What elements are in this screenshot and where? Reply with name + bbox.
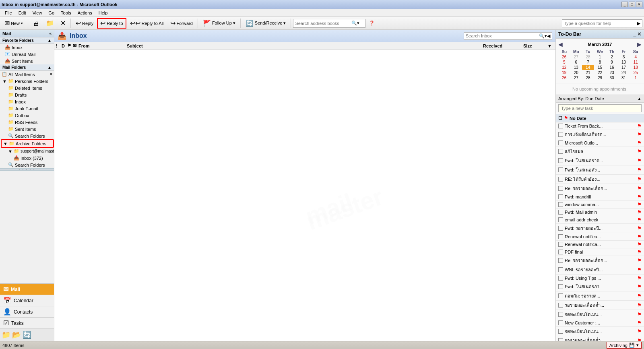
send-receive-button[interactable]: 🔄 Send/Receive ▾ xyxy=(243,18,289,29)
reply-to-button[interactable]: ↩ Reply to xyxy=(97,18,126,29)
cal-next-button[interactable]: ▶ xyxy=(637,41,642,47)
task-checkbox[interactable] xyxy=(558,132,563,137)
cal-cell-2-6[interactable]: 18 xyxy=(630,65,642,70)
nav-favorite-inbox[interactable]: 📥 Inbox xyxy=(3,44,54,51)
menu-go[interactable]: Go xyxy=(45,10,58,16)
cal-cell-2-5[interactable]: 17 xyxy=(618,65,630,70)
cal-cell-4-6[interactable]: 1 xyxy=(630,75,642,81)
cal-cell-1-1[interactable]: 6 xyxy=(570,60,582,65)
col-attachment-header[interactable]: D xyxy=(62,43,67,48)
new-button[interactable]: ✉ New ▾ xyxy=(2,18,26,29)
nav-open-folder-icon[interactable]: 📂 xyxy=(12,330,21,339)
nav-all-mail-items[interactable]: 📋 All Mail Items ▾ xyxy=(0,71,54,78)
mail-section-toggle[interactable]: « xyxy=(49,31,52,36)
task-item[interactable]: Renewal notifica...⚑ xyxy=(556,241,644,248)
cal-cell-1-3[interactable]: 8 xyxy=(594,60,606,65)
task-flag-icon[interactable]: ⚑ xyxy=(637,249,642,255)
cal-cell-2-2[interactable]: 14 xyxy=(582,65,594,70)
nav-deleted-items[interactable]: 📁 Deleted Items xyxy=(6,85,54,91)
task-checkbox[interactable] xyxy=(558,140,563,145)
nav-support-folder[interactable]: ▼ 📁 support@mailmaster.co xyxy=(6,148,54,155)
nav-inbox[interactable]: 📁 Inbox xyxy=(6,98,54,105)
task-flag-icon[interactable]: ⚑ xyxy=(637,293,642,299)
task-flag-icon[interactable]: ⚑ xyxy=(637,167,642,173)
task-flag-icon[interactable]: ⚑ xyxy=(637,328,642,334)
task-checkbox[interactable] xyxy=(558,234,563,239)
cal-cell-2-4[interactable]: 16 xyxy=(606,65,618,70)
content-search-input[interactable] xyxy=(466,33,539,38)
task-checkbox[interactable] xyxy=(558,284,563,289)
address-search-dropdown-icon[interactable]: ▾ xyxy=(357,21,359,26)
task-checkbox[interactable] xyxy=(558,312,563,317)
nav-archive-folders[interactable]: ▼ 📁 Archive Folders xyxy=(1,139,54,148)
help-search-input[interactable] xyxy=(564,21,637,26)
cal-cell-4-5[interactable]: 31 xyxy=(618,75,630,81)
cal-cell-4-4[interactable]: 30 xyxy=(606,75,618,81)
cal-cell-0-1[interactable]: 27 xyxy=(570,54,582,60)
forward-button[interactable]: ↪ Forward xyxy=(167,18,196,29)
nav-favorite-unread[interactable]: 📧 Unread Mail xyxy=(3,51,54,58)
cal-cell-3-6[interactable]: 25 xyxy=(630,70,642,75)
task-checkbox[interactable] xyxy=(558,267,563,272)
task-item[interactable]: จดทะเบียนโดเมน...⚑ xyxy=(556,327,644,336)
menu-help[interactable]: Help xyxy=(95,10,111,16)
task-checkbox[interactable] xyxy=(558,258,563,263)
nav-inbox-372[interactable]: 📥 Inbox (372) xyxy=(12,155,54,161)
favorite-folders-toggle[interactable]: ▲ xyxy=(47,38,52,43)
cal-cell-3-5[interactable]: 24 xyxy=(618,70,630,75)
task-item[interactable]: PDF final⚑ xyxy=(556,248,644,256)
nav-calendar-button[interactable]: 📅 Calendar xyxy=(0,295,54,306)
task-checkbox[interactable] xyxy=(558,210,563,215)
task-item[interactable]: Fwd: Mail admin⚑ xyxy=(556,209,644,216)
nav-tasks-button[interactable]: ☑ Tasks xyxy=(0,317,54,328)
task-flag-icon[interactable]: ⚑ xyxy=(637,267,642,273)
task-item[interactable]: Microsoft Outlo...⚑ xyxy=(556,139,644,147)
reply-button[interactable]: ↩ Reply xyxy=(73,18,96,29)
arrange-label[interactable]: Arranged By: Due Date xyxy=(558,96,604,101)
col-filter-icon[interactable]: ▼ xyxy=(547,43,554,48)
task-checkbox[interactable] xyxy=(558,202,563,207)
task-item[interactable]: email addr check⚑ xyxy=(556,216,644,224)
nav-collapse-handle[interactable]: • • • • • xyxy=(0,168,54,171)
delete-button[interactable]: ✕ xyxy=(58,18,68,29)
task-checkbox[interactable] xyxy=(558,242,563,247)
close-button[interactable]: ✕ xyxy=(636,2,642,7)
menu-file[interactable]: File xyxy=(2,10,15,16)
nav-rss[interactable]: 📁 RSS Feeds xyxy=(6,119,54,126)
nav-contacts-button[interactable]: 👤 Contacts xyxy=(0,306,54,317)
cal-cell-1-0[interactable]: 5 xyxy=(558,60,570,65)
task-checkbox[interactable] xyxy=(558,177,563,182)
task-item[interactable]: Fwd: โนสเนอลัง...⚑ xyxy=(556,165,644,175)
task-flag-icon[interactable]: ⚑ xyxy=(637,242,642,247)
mail-folders-toggle[interactable]: ▲ xyxy=(47,65,52,70)
task-item[interactable]: WNI: รอรายลอะปื...⚑ xyxy=(556,265,644,275)
address-search-input[interactable] xyxy=(295,21,351,26)
col-importance-header[interactable]: ! xyxy=(56,43,62,48)
cal-cell-2-0[interactable]: 12 xyxy=(558,65,570,70)
task-item[interactable]: ดอมกัม: รอรายล...⚑ xyxy=(556,291,644,301)
new-task-input[interactable] xyxy=(558,104,642,112)
task-flag-icon[interactable]: ⚑ xyxy=(637,158,642,163)
task-item[interactable]: รอรายลอะเลื่อดต่ำ...⚑ xyxy=(556,336,644,341)
task-flag-icon[interactable]: ⚑ xyxy=(637,234,642,240)
cal-cell-1-5[interactable]: 10 xyxy=(618,60,630,65)
menu-tools[interactable]: Tools xyxy=(58,10,74,16)
col-subject-header[interactable]: Subject xyxy=(127,43,483,48)
cal-cell-4-2[interactable]: 28 xyxy=(582,75,594,81)
task-flag-icon[interactable]: ⚑ xyxy=(637,149,642,154)
task-checkbox[interactable] xyxy=(558,186,563,191)
all-mail-dropdown[interactable]: ▾ xyxy=(50,72,52,77)
menu-actions[interactable]: Actions xyxy=(74,10,95,16)
task-checkbox[interactable] xyxy=(558,250,563,254)
task-checkbox[interactable] xyxy=(558,320,563,325)
cal-cell-0-0[interactable]: 26 xyxy=(558,54,570,60)
cal-cell-4-1[interactable]: 27 xyxy=(570,75,582,81)
col-from-header[interactable]: From xyxy=(78,43,127,48)
task-item[interactable]: Re: รอรายลอะเลื่อก...⚑ xyxy=(556,256,644,265)
cal-prev-button[interactable]: ◀ xyxy=(558,41,563,47)
cal-cell-0-2[interactable]: 28 xyxy=(582,54,594,60)
todo-bar-minimize[interactable]: _ xyxy=(634,31,636,37)
cal-cell-4-0[interactable]: 26 xyxy=(558,75,570,81)
nav-search-folders[interactable]: 🔍 Search Folders xyxy=(6,132,54,139)
content-search-expand[interactable]: ◀ xyxy=(547,33,550,39)
